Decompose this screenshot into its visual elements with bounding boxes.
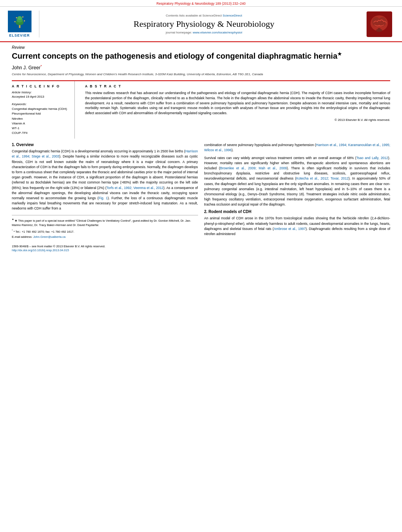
abstract-title: A B S T R A C T [85,84,390,88]
affiliation: Centre for Neuroscience, Department of P… [12,72,390,76]
elsevier-text: ELSEVIER [9,33,30,37]
journal-title: Respiratory Physiology & Neurobiology [133,19,274,29]
page-bottom: 1569-9048/$ – see front matter © 2013 El… [0,245,402,252]
svg-point-4 [17,16,22,20]
svg-point-6 [22,16,23,17]
footnote-star: ★ ★ This paper is part of a special issu… [12,218,198,227]
journal-homepage: journal homepage: www.elsevier.com/locat… [166,31,242,34]
brain-svg [367,11,392,37]
page: Respiratory Physiology & Neurobiology 18… [0,0,402,532]
rodent-models-heading: 2. Rodent models of CDH [204,209,391,214]
journal-ref-link[interactable]: Respiratory Physiology & Neurobiology 18… [156,2,245,6]
doi-line: http://dx.doi.org/10.1016/j.resp.2013.04… [12,248,390,252]
article-info-title: A R T I C L E I N F O [12,84,70,88]
ref-harrison-right[interactable]: Harrison et al., 1994; Karamanouklan et … [204,143,391,152]
article-title-text: Current concepts on the pathogenesis and… [12,52,337,60]
email-label: E-mail address: [12,235,33,239]
elsevier-logo-box [8,11,31,32]
brain-icon [367,11,392,37]
elsevier-tree-icon [11,13,28,30]
homepage-label: journal homepage: [166,31,192,34]
overview-heading: 1. Overview [12,143,198,147]
ref-ambrose[interactable]: Ambrose et al., 1997 [274,227,306,231]
header-center: Contents lists available at ScienceDirec… [43,11,365,37]
top-banner: Respiratory Physiology & Neurobiology 18… [0,0,402,7]
accepted-date: Accepted 19 April 2013 [12,95,70,98]
overview-para-1: Congenital diaphragmatic hernia (CDH) is… [12,149,198,211]
brain-logo-area [365,11,394,37]
article-title-sup: ★ [337,51,342,57]
keyword-4: Vitamin A [12,121,70,126]
ref-tsao-lally[interactable]: Tsao and Lally, 2012 [356,156,388,160]
column-right: combination of severe pulmonary hypoplas… [204,143,391,239]
ref-torfs-1992[interactable]: Torfs et al., 1992; Veenma et al., 2012 [106,186,163,190]
article-title: Current concepts on the pathogenesis and… [12,51,390,61]
svg-rect-14 [378,28,380,31]
journal-header: ELSEVIER Contents lists available at Sci… [0,7,402,42]
ref-brownlee-mah[interactable]: Brownlee et al., 2009; Mah et al., 2009 [220,166,287,170]
body-columns: 1. Overview Congenital diaphragmatic her… [12,143,390,239]
abstract-text: This review outlines research that has a… [85,91,390,116]
article-info-panel: A R T I C L E I N F O Article history: A… [12,81,75,139]
svg-point-8 [24,20,25,21]
footnote-area: ★ ★ This paper is part of a special issu… [12,215,198,239]
ref-harrison-1994[interactable]: Harrison et al., 1994; Stege et al., 200… [12,149,198,158]
keyword-3: Nitrofen [12,117,70,121]
overview-para-right-2: Survival rates can vary widely amongst v… [204,156,391,208]
abstract-section: A B S T R A C T This review outlines res… [81,81,390,139]
homepage-url[interactable]: www.elsevier.com/locate/resphysiol [193,31,242,34]
ref-kotecha-tovar[interactable]: Kotecha et al., 2012; Tovar, 2012 [296,176,348,180]
keyword-1: Congenital diaphragmatic hernia (CDH) [12,107,70,111]
article-content: Review Current concepts on the pathogene… [0,42,402,242]
svg-point-5 [16,17,17,18]
author-name: John J. Greer* [12,64,390,70]
issn-line: 1569-9048/$ – see front matter © 2013 El… [12,245,390,248]
rodent-models-para-1: An animal model of CDH arose in the 1970… [204,216,391,237]
author-name-text: John J. Greer [12,65,41,70]
history-label: Article history: [12,91,70,94]
author-sup: * [41,64,42,68]
footnote-star-text: ★ This paper is part of a special issue … [12,219,191,227]
article-type: Review [12,45,390,50]
column-left: 1. Overview Congenital diaphragmatic her… [12,143,198,239]
footnote-asterisk: * * Tel.: +1 780 492 1670; fax: +1 780 4… [12,229,198,234]
svg-point-12 [378,17,386,26]
elsevier-logo-area: ELSEVIER [4,11,39,37]
contents-line: Contents lists available at ScienceDirec… [166,14,242,17]
footnote-asterisk-text: * Tel.: +1 780 492 1670; fax: +1 780 492… [13,230,74,234]
info-abstract-area: A R T I C L E I N F O Article history: A… [12,80,390,139]
email-link[interactable]: John.Greer@ualberta.ca [33,235,65,239]
footnote-email: E-mail address: John.Greer@ualberta.ca [12,235,198,239]
doi-link[interactable]: http://dx.doi.org/10.1016/j.resp.2013.04… [12,248,69,252]
svg-point-7 [14,21,15,22]
keyword-5: WT-1 [12,126,70,130]
keyword-2: Pleuroperitoneal fold [12,111,70,116]
science-direct-link[interactable]: ScienceDirect [223,14,242,17]
overview-para-right-1: combination of severe pulmonary hypoplas… [204,143,391,153]
abstract-copyright: © 2013 Elsevier B.V. All rights reserved… [85,118,390,122]
keyword-6: COUP-TFII [12,131,70,135]
keywords-label: Keywords: [12,102,70,106]
contents-text: Contents lists available at ScienceDirec… [166,14,222,17]
ref-fig1[interactable]: Fig. 1 [98,196,107,200]
